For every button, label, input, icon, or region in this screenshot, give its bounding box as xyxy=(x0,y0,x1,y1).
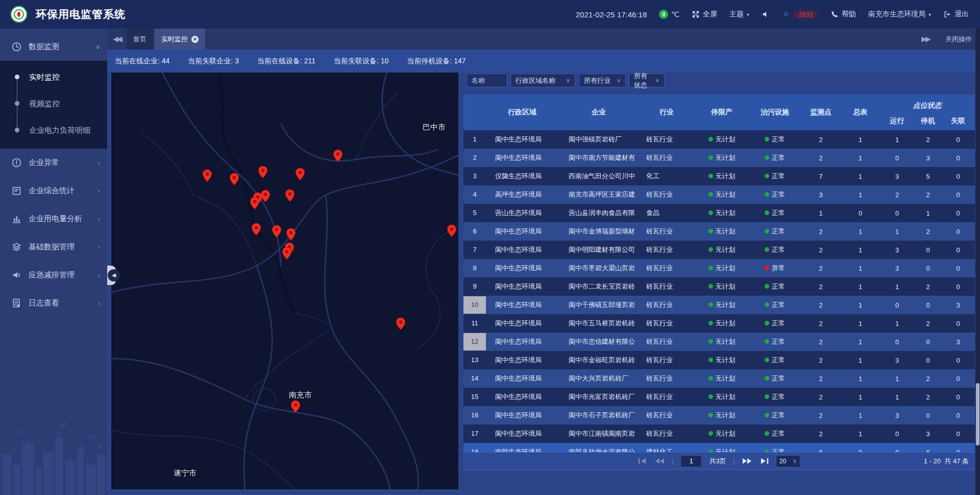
map-pin-icon[interactable] xyxy=(250,197,260,210)
sidebar-item-2[interactable]: 企业异常‹ xyxy=(0,149,107,177)
sidebar-item-5[interactable]: 基础数据管理‹ xyxy=(0,233,107,261)
map-pin-icon[interactable] xyxy=(447,224,457,238)
status-dot-green xyxy=(765,302,769,307)
page-next-icon[interactable] xyxy=(742,458,752,464)
cell-region: 阆中生态环境局 xyxy=(486,153,558,162)
sidebar-item-6[interactable]: 应急减排管理‹ xyxy=(0,261,107,289)
cell-region: 阆中生态环境局 xyxy=(486,392,558,402)
page-size-select[interactable]: 20 ∨ xyxy=(776,455,800,467)
collapse-left-icon: ◀ xyxy=(108,269,120,281)
page-last-icon[interactable] xyxy=(759,458,769,464)
logout-button[interactable]: 退出 xyxy=(943,10,969,19)
row-number: 9 xyxy=(463,278,486,295)
cell-lost: 0 xyxy=(941,209,975,217)
cell-company: 阆中强锐页岩砖厂 xyxy=(558,135,639,144)
cell-running: 1 xyxy=(879,393,915,401)
sidebar-item-7[interactable]: 日志查看‹ xyxy=(0,289,107,317)
notifications[interactable]: 2632 xyxy=(782,10,818,19)
page-prev-icon[interactable] xyxy=(655,458,665,464)
cell-stopped: 0 xyxy=(915,357,941,364)
theme-menu[interactable]: 主题 ▾ xyxy=(729,10,749,19)
cell-monitor-points: 2 xyxy=(800,246,841,254)
map-pin-icon[interactable] xyxy=(272,225,282,238)
cell-facility-status: 正常 xyxy=(749,356,800,365)
tabs-scroll-left-icon[interactable]: ◀◀ xyxy=(107,29,127,50)
scrollbar[interactable] xyxy=(975,29,980,495)
table-row-7[interactable]: 7阆中生态环境局阆中明阳建材有限公司砖瓦行业无计划正常21300 xyxy=(463,241,975,259)
map-pin-icon[interactable] xyxy=(286,228,296,241)
table-row-1[interactable]: 1阆中生态环境局阆中强锐页岩砖厂砖瓦行业无计划正常21120 xyxy=(463,130,975,149)
cell-region: 营山生态环境局 xyxy=(486,208,558,218)
map-pin-icon[interactable] xyxy=(333,149,343,162)
map-pin-icon[interactable] xyxy=(282,247,292,260)
table-row-9[interactable]: 9阆中生态环境局阆中市二龙长宝页岩砖砖瓦行业无计划正常21120 xyxy=(463,277,975,296)
cell-stopped: 0 xyxy=(915,265,941,272)
map-pin-icon[interactable] xyxy=(251,223,261,236)
close-operations-button[interactable]: 关闭操作 xyxy=(945,35,972,44)
map-pin-icon[interactable] xyxy=(396,317,406,331)
sidebar-item-4[interactable]: 企业用电量分析‹ xyxy=(0,205,107,233)
tab-close-icon[interactable]: ✕ xyxy=(191,36,199,43)
table-row-15[interactable]: 15阆中生态环境局阆中市光富页岩机砖厂砖瓦行业无计划正常21120 xyxy=(463,388,975,406)
chevron-left-icon: ‹ xyxy=(98,300,100,307)
industry-filter-select[interactable]: 所有行业 ∨ xyxy=(579,74,626,87)
cell-stopped: 2 xyxy=(915,393,941,401)
table-row-8[interactable]: 8阆中生态环境局阆中市枣碧大梁山页岩砖瓦行业无计划异常21300 xyxy=(463,259,975,277)
org-menu[interactable]: 南充市生态环境局 ▾ xyxy=(868,10,931,19)
map-pin-icon[interactable] xyxy=(258,166,268,179)
cell-industry: 砖瓦行业 xyxy=(639,392,694,402)
tab-realtime-monitor[interactable]: 实时监控 ✕ xyxy=(155,29,205,50)
table-row-18[interactable]: 18南部生态环境局南部县砖华水泥有限公建材化工无计划正常60060 xyxy=(463,443,975,452)
name-filter-input[interactable] xyxy=(467,74,507,87)
table-row-12[interactable]: 12阆中生态环境局阆中市忠信建材有限公砖瓦行业无计划正常21003 xyxy=(463,333,975,351)
column-header: 企业 xyxy=(558,95,639,130)
sidebar-collapse-handle[interactable]: ◀ xyxy=(107,266,116,285)
sidebar-submenu: 实时监控视频监控企业电力负荷明细 xyxy=(0,61,107,149)
cell-company: 阆中市五马桥页岩机砖 xyxy=(558,319,639,328)
table-row-10[interactable]: 10阆中生态环境局阆中千佛镇五郎垭页岩砖瓦行业无计划正常21003 xyxy=(463,296,975,314)
column-group-point-status: 点位状态运行停机失联 xyxy=(879,95,975,130)
map-panel[interactable]: 巴中市南充市遂宁市 xyxy=(111,73,458,489)
tab-home[interactable]: 首页 xyxy=(127,29,153,50)
table-row-5[interactable]: 5营山生态环境局营山县润丰肉食品有限食品无计划正常10010 xyxy=(463,204,975,222)
cell-stopped: 0 xyxy=(915,412,941,419)
table-row-11[interactable]: 11阆中生态环境局阆中市五马桥页岩机砖砖瓦行业无计划正常21120 xyxy=(463,314,975,333)
total-pages-label: 共3页 xyxy=(709,457,726,466)
cell-region: 阆中生态环境局 xyxy=(486,135,558,144)
page-first-icon[interactable] xyxy=(638,458,648,464)
fullscreen-button[interactable]: 全屏 xyxy=(692,10,717,19)
sidebar-subitem[interactable]: 视频监控 xyxy=(0,90,107,117)
page-input[interactable] xyxy=(680,455,702,467)
sidebar-subitem[interactable]: 企业电力负荷明细 xyxy=(0,117,107,144)
map-pin-icon[interactable] xyxy=(229,173,239,186)
scrollbar-thumb[interactable] xyxy=(976,383,979,445)
sound-button[interactable] xyxy=(762,10,770,18)
table-row-3[interactable]: 3仪陇生态环境局西南油气田分公司川中化工无计划正常71350 xyxy=(463,167,975,185)
status-filter-select[interactable]: 所有状态 ∨ xyxy=(629,74,665,87)
cell-total-meters: 0 xyxy=(841,449,879,453)
table-row-6[interactable]: 6阆中生态环境局阆中市金博瑞新型墙材砖瓦行业无计划正常21120 xyxy=(463,222,975,241)
table-row-14[interactable]: 14阆中生态环境局阆中大兴页岩机砖厂砖瓦行业无计划正常21120 xyxy=(463,369,975,388)
map-pin-icon[interactable] xyxy=(295,168,305,181)
table-row-17[interactable]: 17阆中生态环境局阆中市江南镇阆南页岩砖瓦行业无计划正常21030 xyxy=(463,425,975,443)
cell-region: 阆中生态环境局 xyxy=(486,227,558,236)
cell-monitor-points: 2 xyxy=(800,320,841,327)
sidebar-item-1[interactable]: 数据监测∨ xyxy=(0,33,107,61)
table-row-4[interactable]: 4高坪生态环境局南充市高坪区王家店建砖瓦行业无计划正常31220 xyxy=(463,185,975,204)
map-pin-icon[interactable] xyxy=(285,189,295,202)
table-row-13[interactable]: 13阆中生态环境局阆中市金福旺页岩机砖砖瓦行业无计划正常21300 xyxy=(463,351,975,369)
tabs-scroll-right-icon[interactable]: ▶▶ xyxy=(916,29,935,50)
map-pin-icon[interactable] xyxy=(260,190,271,203)
help-button[interactable]: 帮助 xyxy=(830,10,856,19)
table-row-16[interactable]: 16阆中生态环境局阆中市石子页岩机砖厂砖瓦行业无计划正常21300 xyxy=(463,406,975,425)
cell-industry: 砖瓦行业 xyxy=(639,356,694,365)
sidebar-item-3[interactable]: 企业综合统计‹ xyxy=(0,177,107,205)
region-filter-select[interactable]: 行政区域名称 ∨ xyxy=(510,74,575,87)
map-pin-icon[interactable] xyxy=(202,169,212,182)
map-pin-icon[interactable] xyxy=(290,400,301,413)
status-dot-green xyxy=(708,413,713,417)
table-row-2[interactable]: 2阆中生态环境局阆中市南方节能建材有砖瓦行业无计划正常21030 xyxy=(463,149,975,167)
menu-dot-icon xyxy=(15,128,19,132)
cell-facility-status: 正常 xyxy=(749,337,800,346)
sidebar-subitem[interactable]: 实时监控 xyxy=(0,64,107,90)
